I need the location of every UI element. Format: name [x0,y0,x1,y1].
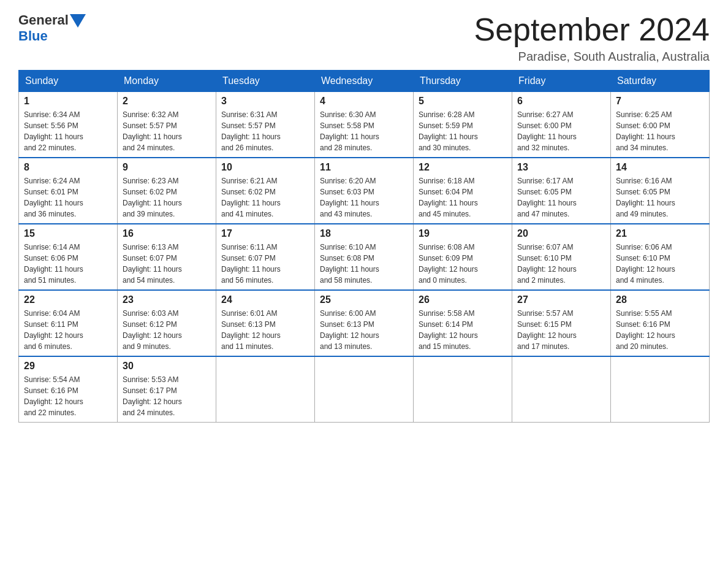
calendar-cell [414,356,512,423]
calendar-cell: 30Sunrise: 5:53 AMSunset: 6:17 PMDayligh… [118,356,216,423]
day-info: Sunrise: 6:34 AMSunset: 5:56 PMDaylight:… [24,109,112,153]
calendar-cell: 12Sunrise: 6:18 AMSunset: 6:04 PMDayligh… [414,158,512,224]
logo-icon [70,14,86,28]
calendar-cell [611,356,710,423]
calendar-cell: 16Sunrise: 6:13 AMSunset: 6:07 PMDayligh… [118,224,216,290]
day-number: 11 [320,162,408,173]
calendar-cell: 3Sunrise: 6:31 AMSunset: 5:57 PMDaylight… [216,92,315,158]
calendar-cell [216,356,315,423]
calendar-cell: 20Sunrise: 6:07 AMSunset: 6:10 PMDayligh… [512,224,611,290]
day-info: Sunrise: 6:23 AMSunset: 6:02 PMDaylight:… [123,175,211,220]
day-info: Sunrise: 6:08 AMSunset: 6:09 PMDaylight:… [419,242,507,286]
day-number: 24 [221,294,309,305]
day-info: Sunrise: 6:27 AMSunset: 6:00 PMDaylight:… [517,109,605,153]
day-number: 28 [616,294,704,305]
day-info: Sunrise: 6:00 AMSunset: 6:13 PMDaylight:… [320,308,408,352]
day-number: 3 [221,96,309,107]
day-info: Sunrise: 6:32 AMSunset: 5:57 PMDaylight:… [123,109,211,153]
day-number: 30 [123,361,211,372]
calendar-cell: 14Sunrise: 6:16 AMSunset: 6:05 PMDayligh… [611,158,710,224]
day-number: 6 [517,96,605,107]
calendar-cell: 25Sunrise: 6:00 AMSunset: 6:13 PMDayligh… [315,290,414,356]
calendar-cell: 17Sunrise: 6:11 AMSunset: 6:07 PMDayligh… [216,224,315,290]
title-section: September 2024 Paradise, South Australia… [474,12,710,64]
day-info: Sunrise: 6:04 AMSunset: 6:11 PMDaylight:… [24,308,112,352]
day-number: 8 [24,162,112,173]
logo-general-text: General [18,12,69,28]
weekday-header-friday: Friday [512,71,611,92]
calendar-cell: 11Sunrise: 6:20 AMSunset: 6:03 PMDayligh… [315,158,414,224]
calendar-cell: 7Sunrise: 6:25 AMSunset: 6:00 PMDaylight… [611,92,710,158]
calendar-cell [315,356,414,423]
calendar-cell: 2Sunrise: 6:32 AMSunset: 5:57 PMDaylight… [118,92,216,158]
calendar-cell: 18Sunrise: 6:10 AMSunset: 6:08 PMDayligh… [315,224,414,290]
weekday-header-row: SundayMondayTuesdayWednesdayThursdayFrid… [19,71,710,92]
day-info: Sunrise: 6:11 AMSunset: 6:07 PMDaylight:… [221,242,309,286]
day-info: Sunrise: 6:13 AMSunset: 6:07 PMDaylight:… [123,242,211,286]
day-info: Sunrise: 6:17 AMSunset: 6:05 PMDaylight:… [517,175,605,220]
day-info: Sunrise: 6:03 AMSunset: 6:12 PMDaylight:… [123,308,211,352]
day-info: Sunrise: 6:28 AMSunset: 5:59 PMDaylight:… [419,109,507,153]
calendar-cell: 10Sunrise: 6:21 AMSunset: 6:02 PMDayligh… [216,158,315,224]
weekday-header-monday: Monday [118,71,216,92]
day-info: Sunrise: 5:55 AMSunset: 6:16 PMDaylight:… [616,308,704,352]
calendar-cell: 19Sunrise: 6:08 AMSunset: 6:09 PMDayligh… [414,224,512,290]
calendar-cell: 4Sunrise: 6:30 AMSunset: 5:58 PMDaylight… [315,92,414,158]
week-row-2: 8Sunrise: 6:24 AMSunset: 6:01 PMDaylight… [19,158,710,224]
calendar-cell: 29Sunrise: 5:54 AMSunset: 6:16 PMDayligh… [19,356,118,423]
day-info: Sunrise: 5:58 AMSunset: 6:14 PMDaylight:… [419,308,507,352]
calendar-cell: 5Sunrise: 6:28 AMSunset: 5:59 PMDaylight… [414,92,512,158]
logo: General Blue [18,12,86,44]
weekday-header-sunday: Sunday [19,71,118,92]
day-number: 18 [320,228,408,239]
day-number: 26 [419,294,507,305]
day-number: 20 [517,228,605,239]
day-info: Sunrise: 6:18 AMSunset: 6:04 PMDaylight:… [419,175,507,220]
day-info: Sunrise: 6:20 AMSunset: 6:03 PMDaylight:… [320,175,408,220]
day-info: Sunrise: 5:57 AMSunset: 6:15 PMDaylight:… [517,308,605,352]
day-number: 29 [24,361,112,372]
calendar-cell: 9Sunrise: 6:23 AMSunset: 6:02 PMDaylight… [118,158,216,224]
day-info: Sunrise: 5:54 AMSunset: 6:16 PMDaylight:… [24,374,112,418]
calendar-cell: 1Sunrise: 6:34 AMSunset: 5:56 PMDaylight… [19,92,118,158]
calendar-cell [512,356,611,423]
week-row-3: 15Sunrise: 6:14 AMSunset: 6:06 PMDayligh… [19,224,710,290]
weekday-header-wednesday: Wednesday [315,71,414,92]
calendar-cell: 22Sunrise: 6:04 AMSunset: 6:11 PMDayligh… [19,290,118,356]
weekday-header-tuesday: Tuesday [216,71,315,92]
day-number: 22 [24,294,112,305]
day-info: Sunrise: 5:53 AMSunset: 6:17 PMDaylight:… [123,374,211,418]
day-number: 7 [616,96,704,107]
page-header: General Blue September 2024 Paradise, So… [18,12,710,64]
day-number: 14 [616,162,704,173]
calendar-cell: 26Sunrise: 5:58 AMSunset: 6:14 PMDayligh… [414,290,512,356]
day-info: Sunrise: 6:10 AMSunset: 6:08 PMDaylight:… [320,242,408,286]
day-info: Sunrise: 6:16 AMSunset: 6:05 PMDaylight:… [616,175,704,220]
calendar-cell: 28Sunrise: 5:55 AMSunset: 6:16 PMDayligh… [611,290,710,356]
day-info: Sunrise: 6:25 AMSunset: 6:00 PMDaylight:… [616,109,704,153]
day-info: Sunrise: 6:21 AMSunset: 6:02 PMDaylight:… [221,175,309,220]
day-info: Sunrise: 6:06 AMSunset: 6:10 PMDaylight:… [616,242,704,286]
calendar-cell: 13Sunrise: 6:17 AMSunset: 6:05 PMDayligh… [512,158,611,224]
day-number: 2 [123,96,211,107]
day-number: 16 [123,228,211,239]
week-row-1: 1Sunrise: 6:34 AMSunset: 5:56 PMDaylight… [19,92,710,158]
logo-blue-text: Blue [18,28,48,44]
calendar-cell: 27Sunrise: 5:57 AMSunset: 6:15 PMDayligh… [512,290,611,356]
week-row-4: 22Sunrise: 6:04 AMSunset: 6:11 PMDayligh… [19,290,710,356]
day-number: 10 [221,162,309,173]
calendar-cell: 15Sunrise: 6:14 AMSunset: 6:06 PMDayligh… [19,224,118,290]
day-number: 13 [517,162,605,173]
calendar-cell: 6Sunrise: 6:27 AMSunset: 6:00 PMDaylight… [512,92,611,158]
day-info: Sunrise: 6:24 AMSunset: 6:01 PMDaylight:… [24,175,112,220]
location-text: Paradise, South Australia, Australia [474,50,710,64]
day-number: 27 [517,294,605,305]
day-info: Sunrise: 6:31 AMSunset: 5:57 PMDaylight:… [221,109,309,153]
day-number: 12 [419,162,507,173]
day-number: 1 [24,96,112,107]
day-info: Sunrise: 6:14 AMSunset: 6:06 PMDaylight:… [24,242,112,286]
week-row-5: 29Sunrise: 5:54 AMSunset: 6:16 PMDayligh… [19,356,710,423]
svg-marker-0 [70,14,86,28]
day-number: 9 [123,162,211,173]
day-number: 17 [221,228,309,239]
